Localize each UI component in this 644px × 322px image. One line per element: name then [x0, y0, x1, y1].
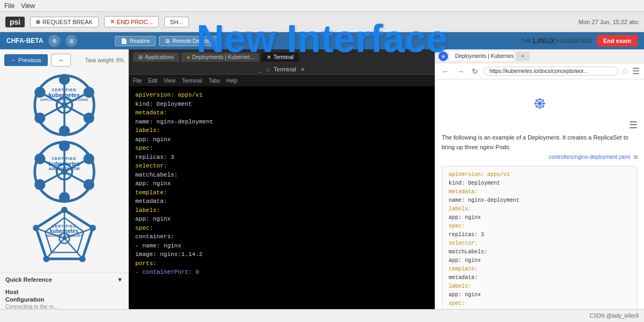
svg-line-26 — [42, 172, 64, 184]
terminal-tabs-bar: ⊞ Applications ● Deployments | Kubernet.… — [129, 49, 435, 64]
readme-button[interactable]: 📄 Readme — [115, 36, 156, 46]
browser-code-line: app: nginx — [449, 257, 631, 265]
bottom-bar: CSDN @lady_killer9 — [0, 309, 644, 322]
menu-help-item[interactable]: Help — [226, 78, 238, 84]
ckad-kubernetes-label: kubernetes — [40, 92, 88, 98]
cka-certified-label: CERTIFIED — [48, 157, 80, 160]
menu-file[interactable]: File — [4, 2, 14, 10]
cka-wheel-svg — [32, 140, 97, 204]
host-section: Host Configuration Connecting to the m..… — [0, 286, 128, 309]
terminal-line: containers: — [135, 232, 428, 241]
terminal-title-bar: _ □ Terminal ✕ — [129, 64, 435, 75]
request-break-button[interactable]: REQUEST BREAK — [30, 17, 98, 27]
end-proctor-button[interactable]: ✕ END PROC... — [104, 16, 159, 27]
settings-icon[interactable]: ⚙ — [48, 35, 60, 47]
applications-tab[interactable]: ⊞ Applications — [133, 53, 179, 62]
previous-button[interactable]: ← Previous — [4, 54, 48, 66]
ckss-certified-label: CERTIFIED — [46, 224, 82, 228]
forward-button[interactable]: → — [455, 66, 466, 77]
grid-icon[interactable]: ⊞ — [65, 35, 77, 47]
browser-code-line: containers: — [449, 308, 631, 309]
terminal-line: kind: Deployment — [135, 100, 428, 109]
terminal-line: app: nginx — [135, 215, 428, 224]
bookmark-icon[interactable]: ☆ — [621, 66, 629, 76]
app-wrapper: File View psi REQUEST BREAK ✕ END PROC..… — [0, 0, 644, 322]
end-exam-button[interactable]: End exam — [597, 35, 638, 47]
refresh-button[interactable]: ↻ — [470, 66, 480, 77]
right-header-area: THE LINUX FOUNDATION End exam — [521, 35, 638, 47]
book-icon: 📄 — [121, 38, 127, 44]
ckad-wheel-svg — [32, 73, 97, 137]
browser-content[interactable]: ⎈ ☰ The following is an example of a Dep… — [435, 79, 644, 309]
svg-line-12 — [64, 105, 86, 117]
svg-point-18 — [36, 155, 43, 163]
cka-role-label: ADMINISTRATOR — [48, 167, 80, 171]
top-menu-bar: File View — [0, 0, 644, 12]
browser-code-line: labels: — [449, 282, 631, 291]
terminal-line: metadata: — [135, 197, 428, 206]
browser-intro-text: The following is an example of a Deploym… — [442, 133, 638, 152]
menu-file-item[interactable]: File — [133, 78, 142, 84]
svg-point-5 — [36, 114, 43, 122]
linux-foundation-logo: THE LINUX FOUNDATION — [521, 36, 591, 45]
close-icon[interactable]: ✕ — [301, 67, 305, 72]
new-tab[interactable]: + — [516, 52, 530, 61]
host-label: Host — [5, 289, 123, 295]
ckad-certified-label: CERTIFIED — [40, 88, 88, 92]
ckad-role-label: APPLICATION DEVELOPER — [40, 98, 88, 101]
menu-view-item[interactable]: View — [164, 78, 175, 84]
next-button[interactable]: → — [51, 54, 71, 67]
menu-edit-item[interactable]: Edit — [148, 78, 157, 84]
svg-point-33 — [89, 225, 96, 231]
browser-code-line: spec: — [449, 222, 631, 231]
browser-code-line: metadata: — [449, 274, 631, 282]
deployments-browser-tab[interactable]: Deployments | Kubernes... ✕ — [450, 52, 514, 61]
terminal-line: app: nginx — [135, 179, 428, 188]
maximize-icon[interactable]: □ — [266, 67, 269, 72]
terminal-tab[interactable]: ✕ Terminal — [261, 53, 299, 62]
svg-line-40 — [48, 238, 64, 257]
svg-line-11 — [42, 105, 64, 117]
terminal-line: - name: nginx — [135, 241, 428, 251]
browser-code-line: name: nginx-deployment — [449, 196, 631, 205]
minimize-icon[interactable]: _ — [259, 67, 262, 72]
content-row: ← Previous → Task weight: 8% — [0, 49, 644, 309]
k8s-favicon: ⎈ — [438, 52, 448, 61]
remote-desktop-button[interactable]: 🖥 Remote Desktop — [159, 36, 218, 46]
menu-terminal-item[interactable]: Terminal — [182, 78, 202, 84]
ckss-kubernetes-label: kubernetes — [46, 228, 82, 234]
exam-header-bar: CHFA-BETA ⚙ ⊞ 📄 Readme 🖥 Remote Desktop … — [0, 32, 644, 49]
deployments-tab[interactable]: ● Deployments | Kubernet... — [181, 53, 259, 62]
terminal-line: spec: — [135, 224, 428, 233]
exam-tab-buttons: 📄 Readme 🖥 Remote Desktop — [115, 36, 218, 46]
desktop-icon: 🖥 — [165, 38, 170, 44]
svg-point-20 — [36, 181, 43, 188]
quick-reference-label: Quick Reference — [5, 276, 52, 283]
terminal-area: ⊞ Applications ● Deployments | Kubernet.… — [129, 49, 435, 309]
terminal-content[interactable]: apiVersion: apps/v1kind: Deploymentmetad… — [129, 86, 435, 309]
k8s-logo: ⎈ — [442, 86, 638, 119]
menu-view[interactable]: View — [21, 2, 35, 10]
browser-code-line: labels: — [449, 205, 631, 214]
share-button[interactable]: SH... — [164, 17, 189, 27]
terminal-line: template: — [135, 188, 428, 197]
svg-point-6 — [85, 114, 92, 122]
ckad-badge-text: CERTIFIED kubernetes APPLICATION DEVELOP… — [40, 88, 88, 101]
code-link[interactable]: controllers/nginx-deployment.yaml ⧉ — [442, 152, 638, 163]
menu-tabs-item[interactable]: Tabs — [209, 78, 220, 84]
terminal-line: name: nginx-deployment — [135, 118, 428, 127]
hamburger-icon[interactable]: ☰ — [629, 119, 638, 131]
quick-reference-header[interactable]: Quick Reference ▼ — [5, 276, 123, 283]
browser-code-line: matchLabels: — [449, 248, 631, 257]
browser-code-line: kind: Deployment — [449, 179, 631, 188]
configuration-label: Configuration — [5, 296, 123, 303]
left-sidebar: ← Previous → Task weight: 8% — [0, 49, 129, 309]
terminal-line: metadata: — [135, 108, 428, 118]
browser-menu-icon[interactable]: ☰ — [632, 66, 640, 76]
ckss-badge-text: CERTIFIED kubernetes SECURITY SPECIALIST — [46, 224, 82, 237]
back-button[interactable]: ← — [440, 66, 451, 77]
copy-icon[interactable]: ⧉ — [634, 154, 638, 160]
psi-toolbar: psi REQUEST BREAK ✕ END PROC... SH... Mo… — [0, 12, 644, 32]
browser-address-bar: ← → ↻ ☆ ☰ — [435, 63, 644, 79]
address-input[interactable] — [484, 67, 618, 76]
